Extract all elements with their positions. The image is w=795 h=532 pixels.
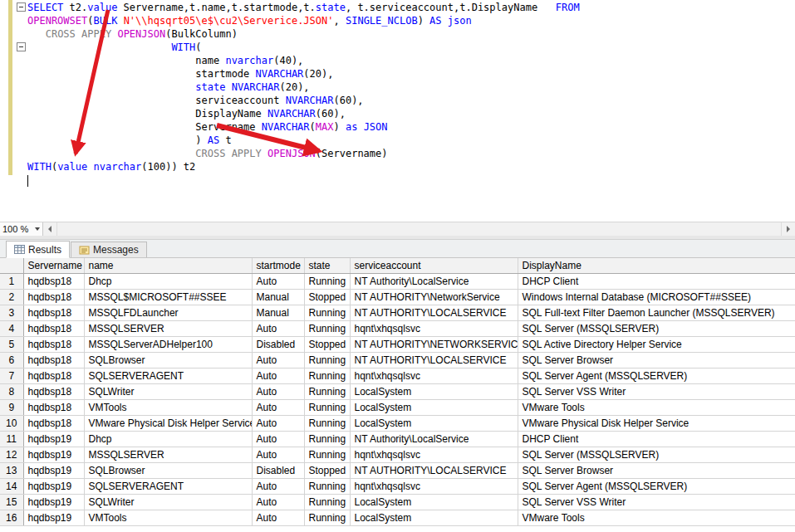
- row-number[interactable]: 15: [0, 494, 23, 510]
- grid-cell[interactable]: hqdbsp18: [23, 273, 84, 289]
- tab-messages[interactable]: Messages: [71, 242, 147, 257]
- row-number[interactable]: 16: [0, 510, 23, 525]
- grid-cell[interactable]: VMware Physical Disk Helper Service: [84, 415, 252, 431]
- grid-cell[interactable]: Dhcp: [84, 273, 252, 289]
- grid-cell[interactable]: SQL Server Agent (MSSQLSERVER): [518, 478, 795, 494]
- grid-cell[interactable]: NT Authority\LocalService: [350, 431, 518, 447]
- row-number[interactable]: 12: [0, 447, 23, 462]
- grid-cell[interactable]: NT Authority\LocalService: [350, 273, 518, 289]
- hscroll-right-button[interactable]: [781, 222, 795, 236]
- grid-cell[interactable]: hqdbsp19: [23, 494, 84, 510]
- grid-cell[interactable]: hqdbsp19: [23, 462, 84, 478]
- grid-cell[interactable]: NT AUTHORITY\LOCALSERVICE: [350, 305, 518, 320]
- grid-cell[interactable]: Running: [304, 447, 350, 462]
- collapse-toggle-icon[interactable]: [17, 42, 26, 51]
- grid-cell[interactable]: Running: [304, 415, 350, 431]
- grid-cell[interactable]: DHCP Client: [518, 273, 795, 289]
- grid-cell[interactable]: Running: [304, 368, 350, 383]
- grid-cell[interactable]: SQL Active Directory Helper Service: [518, 336, 795, 352]
- zoom-select[interactable]: 100 %: [0, 222, 43, 236]
- row-number[interactable]: 11: [0, 431, 23, 447]
- grid-cell[interactable]: hqdbsp18: [23, 320, 84, 336]
- grid-cell[interactable]: Auto: [252, 368, 304, 383]
- grid-cell[interactable]: Running: [304, 431, 350, 447]
- grid-cell[interactable]: Running: [304, 494, 350, 510]
- grid-cell[interactable]: SQLSERVERAGENT: [84, 368, 252, 383]
- grid-cell[interactable]: hqdbsp19: [23, 431, 84, 447]
- row-number[interactable]: 7: [0, 368, 23, 383]
- grid-cell[interactable]: Auto: [252, 383, 304, 399]
- grid-cell[interactable]: hqdbsp18: [23, 415, 84, 431]
- grid-cell[interactable]: Auto: [252, 399, 304, 415]
- grid-cell[interactable]: SQL Server (MSSQLSERVER): [518, 447, 795, 462]
- grid-cell[interactable]: Stopped: [304, 336, 350, 352]
- grid-cell[interactable]: MSSQLFDLauncher: [84, 305, 252, 320]
- grid-cell[interactable]: hqdbsp18: [23, 399, 84, 415]
- column-header-state[interactable]: state: [304, 258, 350, 273]
- grid-cell[interactable]: LocalSystem: [350, 383, 518, 399]
- grid-cell[interactable]: Auto: [252, 510, 304, 525]
- grid-cell[interactable]: Running: [304, 320, 350, 336]
- grid-cell[interactable]: Auto: [252, 415, 304, 431]
- row-number[interactable]: 3: [0, 305, 23, 320]
- grid-cell[interactable]: Disabled: [252, 462, 304, 478]
- grid-cell[interactable]: MSSQLSERVER: [84, 447, 252, 462]
- grid-cell[interactable]: hqdbsp19: [23, 510, 84, 525]
- grid-cell[interactable]: Auto: [252, 478, 304, 494]
- selection-margin[interactable]: [0, 0, 8, 222]
- grid-cell[interactable]: Auto: [252, 273, 304, 289]
- row-number[interactable]: 9: [0, 399, 23, 415]
- grid-cell[interactable]: hqdbsp18: [23, 289, 84, 305]
- grid-cell[interactable]: SQLBrowser: [84, 352, 252, 368]
- grid-cell[interactable]: MSSQLSERVER: [84, 320, 252, 336]
- grid-cell[interactable]: Auto: [252, 494, 304, 510]
- grid-cell[interactable]: MSSQLServerADHelper100: [84, 336, 252, 352]
- column-header-displayname[interactable]: DisplayName: [518, 258, 795, 273]
- grid-cell[interactable]: Running: [304, 273, 350, 289]
- grid-cell[interactable]: SQLSERVERAGENT: [84, 478, 252, 494]
- grid-cell[interactable]: hqdbsp18: [23, 383, 84, 399]
- column-header-servername[interactable]: Servername: [23, 258, 84, 273]
- grid-cell[interactable]: LocalSystem: [350, 399, 518, 415]
- grid-cell[interactable]: DHCP Client: [518, 431, 795, 447]
- grid-cell[interactable]: hqnt\xhqsqlsvc: [350, 478, 518, 494]
- grid-cell[interactable]: Running: [304, 383, 350, 399]
- grid-cell[interactable]: Auto: [252, 431, 304, 447]
- grid-cell[interactable]: Windows Internal Database (MICROSOFT##SS…: [518, 289, 795, 305]
- grid-cell[interactable]: Stopped: [304, 462, 350, 478]
- grid-cell[interactable]: hqdbsp18: [23, 305, 84, 320]
- grid-cell[interactable]: Running: [304, 510, 350, 525]
- grid-cell[interactable]: hqnt\xhqsqlsvc: [350, 447, 518, 462]
- results-grid[interactable]: Servernamenamestartmodestateserviceaccou…: [0, 258, 795, 532]
- column-header-name[interactable]: name: [84, 258, 252, 273]
- grid-cell[interactable]: SQL Server Browser: [518, 352, 795, 368]
- grid-cell[interactable]: hqdbsp18: [23, 352, 84, 368]
- grid-cell[interactable]: LocalSystem: [350, 415, 518, 431]
- row-number[interactable]: 8: [0, 383, 23, 399]
- sql-editor[interactable]: SELECT t2.value Servername,t.name,t.star…: [0, 0, 795, 222]
- row-number[interactable]: 6: [0, 352, 23, 368]
- grid-cell[interactable]: NT AUTHORITY\LOCALSERVICE: [350, 352, 518, 368]
- grid-cell[interactable]: Auto: [252, 447, 304, 462]
- grid-cell[interactable]: NT AUTHORITY\NetworkService: [350, 289, 518, 305]
- row-number[interactable]: 13: [0, 462, 23, 478]
- column-header-serviceaccount[interactable]: serviceaccount: [350, 258, 518, 273]
- grid-cell[interactable]: NT AUTHORITY\LOCALSERVICE: [350, 462, 518, 478]
- hscroll-track[interactable]: [57, 222, 781, 236]
- grid-cell[interactable]: hqnt\xhqsqlsvc: [350, 320, 518, 336]
- column-header-startmode[interactable]: startmode: [252, 258, 304, 273]
- grid-cell[interactable]: SQLWriter: [84, 383, 252, 399]
- grid-cell[interactable]: hqdbsp19: [23, 478, 84, 494]
- grid-cell[interactable]: hqnt\xhqsqlsvc: [350, 368, 518, 383]
- grid-cell[interactable]: VMTools: [84, 399, 252, 415]
- grid-cell[interactable]: VMTools: [84, 510, 252, 525]
- grid-cell[interactable]: Disabled: [252, 336, 304, 352]
- grid-cell[interactable]: hqdbsp18: [23, 368, 84, 383]
- row-number[interactable]: 1: [0, 273, 23, 289]
- grid-cell[interactable]: SQL Server Browser: [518, 462, 795, 478]
- grid-cell[interactable]: SQL Server Agent (MSSQLSERVER): [518, 368, 795, 383]
- grid-cell[interactable]: Running: [304, 305, 350, 320]
- sql-code[interactable]: SELECT t2.value Servername,t.name,t.star…: [27, 1, 580, 187]
- grid-cell[interactable]: SQL Server VSS Writer: [518, 383, 795, 399]
- row-number[interactable]: 5: [0, 336, 23, 352]
